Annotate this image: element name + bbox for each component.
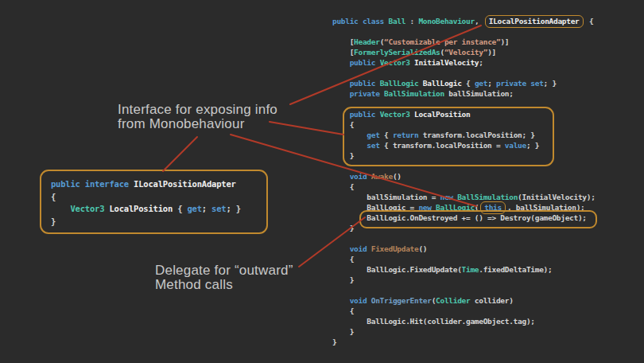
code-line: void FixedUpdate() — [332, 244, 596, 254]
code-token: } — [332, 338, 336, 346]
code-token-highlighted: ILocalPositionAdapter — [485, 15, 584, 28]
code-line: [Header(“Customizable per instance”)] — [332, 37, 596, 47]
code-token: OnTriggerEnter — [371, 296, 432, 305]
code-line: void Awake() — [332, 171, 596, 182]
code-line: public class Ball : MonoBehaviour, ILoca… — [332, 16, 596, 26]
code-token: Header — [354, 37, 380, 46]
code-token: } — [332, 275, 354, 284]
code-token: Time — [462, 265, 479, 274]
code-line: } — [332, 326, 596, 337]
code-token: (InitialVelocity); — [518, 193, 596, 201]
code-line: BallLogic.FixedUpdate(Time.fixedDeltaTim… — [332, 264, 596, 275]
code-token: BallSimulation — [457, 193, 518, 201]
code-token: BallLogic.Hit(collider.gameObject.tag); — [332, 317, 535, 326]
code-token: BallLogic — [423, 79, 466, 88]
code-token: ; — [487, 79, 496, 88]
code-token: { — [332, 306, 354, 315]
code-token: .fixedDeltaTime); — [479, 265, 552, 274]
code-token: { — [332, 182, 354, 191]
note-interface-line1: Interface for exposing info — [118, 103, 277, 117]
highlight-box-ondestroyed-delegate — [359, 210, 597, 228]
code-line: public BallLogic BallLogic { get; privat… — [332, 78, 596, 88]
code-token: private — [332, 89, 384, 98]
code-line: BallLogic.Hit(collider.gameObject.tag); — [332, 316, 596, 326]
code-token: public — [332, 79, 380, 88]
code-line: void OnTriggerEnter(Collider collider) — [332, 295, 596, 306]
code-line: { — [332, 254, 596, 264]
note-interface: Interface for exposing info from Monobeh… — [118, 103, 277, 131]
note-delegate-line1: Delegate for “outward” — [155, 263, 293, 278]
code-token: FormerlySerializedAs — [354, 48, 440, 57]
code-line: private BallSimulation ballSimulation; — [332, 88, 596, 99]
code-token: private set — [496, 79, 544, 88]
code-line: public Vector3 InitialVelocity; — [332, 57, 596, 68]
highlight-box-interface-definition — [40, 170, 268, 234]
arrow-note-to-interface-definition — [163, 137, 197, 171]
code-line: [FormerlySerializedAs(“Velocity”)] — [332, 47, 596, 57]
main-code-block: public class Ball : MonoBehaviour, ILoca… — [332, 16, 596, 347]
code-token: [ — [332, 48, 354, 57]
code-line: ballSimulation = new BallSimulation(Init… — [332, 192, 596, 202]
code-token: ; } — [544, 79, 557, 88]
code-line: } — [332, 337, 596, 347]
code-token: , — [475, 17, 483, 25]
code-token: () — [393, 172, 402, 181]
code-token: FixedUpdate — [371, 244, 419, 253]
slide-canvas: Interface for exposing info from Monobeh… — [0, 0, 644, 363]
code-token: ; — [479, 58, 483, 67]
highlight-box-localposition-property — [343, 107, 554, 166]
code-token: ballSimulation; — [448, 89, 513, 98]
code-token: public class — [332, 17, 388, 25]
code-line — [332, 285, 596, 295]
code-line — [332, 68, 596, 78]
code-token: get — [475, 79, 487, 88]
code-token: MonoBehaviour — [418, 17, 474, 25]
code-token: InitialVelocity — [414, 58, 479, 67]
code-token: [ — [332, 37, 354, 46]
code-token: { — [466, 79, 475, 88]
code-token: public — [332, 58, 380, 67]
code-line: { — [332, 306, 596, 316]
code-token: Ball — [388, 17, 409, 25]
code-line — [332, 233, 596, 244]
code-token: new — [440, 193, 458, 201]
code-token: BallLogic — [380, 79, 423, 88]
code-token: () — [418, 244, 427, 253]
note-delegate: Delegate for “outward” Method calls — [155, 263, 293, 292]
code-token: ballSimulation = — [332, 193, 440, 201]
code-token: void — [332, 244, 371, 253]
code-token: collider) — [470, 296, 513, 305]
code-token: : — [410, 17, 419, 25]
code-token: Collider — [436, 296, 470, 305]
code-token: void — [332, 296, 371, 305]
code-token: “Customizable per instance” — [384, 37, 500, 46]
code-token: BallLogic.FixedUpdate( — [332, 265, 462, 274]
code-token: } — [332, 327, 354, 336]
code-line: } — [332, 275, 596, 285]
code-token: { — [332, 255, 354, 263]
code-token: Awake — [371, 172, 393, 181]
code-token: { — [585, 17, 594, 25]
code-token: )] — [487, 48, 496, 57]
code-token: “Velocity” — [444, 48, 487, 57]
code-token: BallSimulation — [384, 89, 448, 98]
code-token: } — [332, 224, 354, 232]
code-token: )] — [500, 37, 509, 46]
code-line: { — [332, 182, 596, 192]
code-token: Vector3 — [380, 58, 414, 67]
code-token: void — [332, 172, 371, 181]
note-interface-line2: from Monobehaviour — [118, 117, 277, 131]
note-delegate-line2: Method calls — [155, 278, 293, 292]
